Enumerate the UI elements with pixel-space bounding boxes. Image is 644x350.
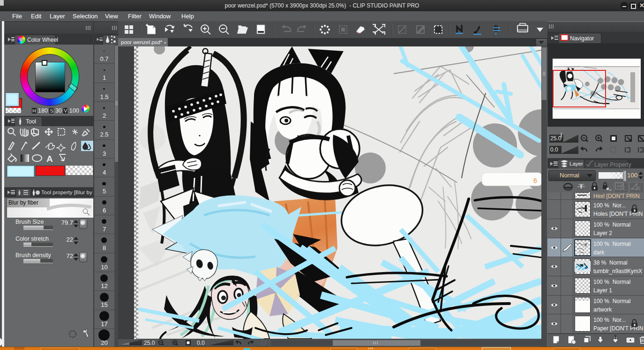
svg-text:6: 6 xyxy=(533,177,537,184)
svg-text:A: A xyxy=(46,154,53,164)
